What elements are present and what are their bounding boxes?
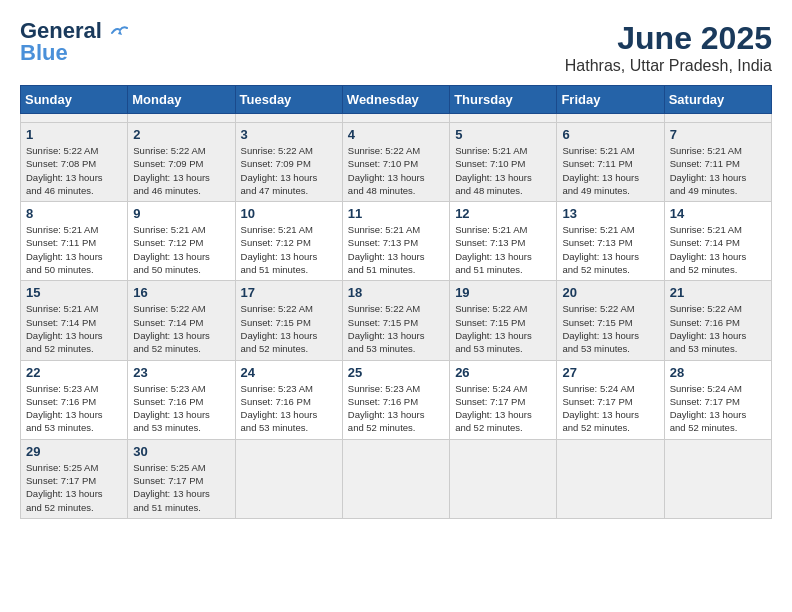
day-detail: Sunrise: 5:21 AM Sunset: 7:13 PM Dayligh… bbox=[348, 223, 444, 276]
header: General Blue June 2025 Hathras, Uttar Pr… bbox=[20, 20, 772, 75]
calendar-cell: 29Sunrise: 5:25 AM Sunset: 7:17 PM Dayli… bbox=[21, 439, 128, 518]
calendar-cell: 17Sunrise: 5:22 AM Sunset: 7:15 PM Dayli… bbox=[235, 281, 342, 360]
calendar-cell: 5Sunrise: 5:21 AM Sunset: 7:10 PM Daylig… bbox=[450, 123, 557, 202]
logo-text: General bbox=[20, 20, 128, 42]
day-detail: Sunrise: 5:22 AM Sunset: 7:14 PM Dayligh… bbox=[133, 302, 229, 355]
calendar-day-header: Saturday bbox=[664, 86, 771, 114]
day-detail: Sunrise: 5:22 AM Sunset: 7:15 PM Dayligh… bbox=[455, 302, 551, 355]
day-detail: Sunrise: 5:21 AM Sunset: 7:11 PM Dayligh… bbox=[670, 144, 766, 197]
day-number: 26 bbox=[455, 365, 551, 380]
calendar-day-header: Friday bbox=[557, 86, 664, 114]
day-detail: Sunrise: 5:21 AM Sunset: 7:11 PM Dayligh… bbox=[26, 223, 122, 276]
day-number: 29 bbox=[26, 444, 122, 459]
calendar-cell bbox=[557, 114, 664, 123]
calendar-week-row: 29Sunrise: 5:25 AM Sunset: 7:17 PM Dayli… bbox=[21, 439, 772, 518]
title-area: June 2025 Hathras, Uttar Pradesh, India bbox=[565, 20, 772, 75]
day-number: 17 bbox=[241, 285, 337, 300]
day-number: 14 bbox=[670, 206, 766, 221]
day-detail: Sunrise: 5:21 AM Sunset: 7:13 PM Dayligh… bbox=[562, 223, 658, 276]
calendar-cell: 10Sunrise: 5:21 AM Sunset: 7:12 PM Dayli… bbox=[235, 202, 342, 281]
day-number: 8 bbox=[26, 206, 122, 221]
day-number: 23 bbox=[133, 365, 229, 380]
calendar-header-row: SundayMondayTuesdayWednesdayThursdayFrid… bbox=[21, 86, 772, 114]
calendar-week-row: 15Sunrise: 5:21 AM Sunset: 7:14 PM Dayli… bbox=[21, 281, 772, 360]
calendar-day-header: Tuesday bbox=[235, 86, 342, 114]
calendar-cell: 18Sunrise: 5:22 AM Sunset: 7:15 PM Dayli… bbox=[342, 281, 449, 360]
calendar-cell: 11Sunrise: 5:21 AM Sunset: 7:13 PM Dayli… bbox=[342, 202, 449, 281]
calendar-day-header: Sunday bbox=[21, 86, 128, 114]
calendar-cell: 30Sunrise: 5:25 AM Sunset: 7:17 PM Dayli… bbox=[128, 439, 235, 518]
day-detail: Sunrise: 5:24 AM Sunset: 7:17 PM Dayligh… bbox=[562, 382, 658, 435]
day-detail: Sunrise: 5:25 AM Sunset: 7:17 PM Dayligh… bbox=[26, 461, 122, 514]
calendar-cell: 3Sunrise: 5:22 AM Sunset: 7:09 PM Daylig… bbox=[235, 123, 342, 202]
calendar-cell: 26Sunrise: 5:24 AM Sunset: 7:17 PM Dayli… bbox=[450, 360, 557, 439]
day-detail: Sunrise: 5:21 AM Sunset: 7:10 PM Dayligh… bbox=[455, 144, 551, 197]
day-number: 21 bbox=[670, 285, 766, 300]
calendar-cell: 6Sunrise: 5:21 AM Sunset: 7:11 PM Daylig… bbox=[557, 123, 664, 202]
calendar-week-row: 1Sunrise: 5:22 AM Sunset: 7:08 PM Daylig… bbox=[21, 123, 772, 202]
day-detail: Sunrise: 5:21 AM Sunset: 7:14 PM Dayligh… bbox=[26, 302, 122, 355]
logo-bird-icon bbox=[110, 25, 128, 39]
day-number: 4 bbox=[348, 127, 444, 142]
day-detail: Sunrise: 5:21 AM Sunset: 7:12 PM Dayligh… bbox=[241, 223, 337, 276]
calendar-cell: 28Sunrise: 5:24 AM Sunset: 7:17 PM Dayli… bbox=[664, 360, 771, 439]
calendar-cell: 15Sunrise: 5:21 AM Sunset: 7:14 PM Dayli… bbox=[21, 281, 128, 360]
day-number: 20 bbox=[562, 285, 658, 300]
logo-blue: Blue bbox=[20, 40, 68, 65]
day-detail: Sunrise: 5:22 AM Sunset: 7:08 PM Dayligh… bbox=[26, 144, 122, 197]
day-number: 30 bbox=[133, 444, 229, 459]
calendar-day-header: Wednesday bbox=[342, 86, 449, 114]
calendar-cell: 1Sunrise: 5:22 AM Sunset: 7:08 PM Daylig… bbox=[21, 123, 128, 202]
day-detail: Sunrise: 5:23 AM Sunset: 7:16 PM Dayligh… bbox=[26, 382, 122, 435]
calendar-cell bbox=[21, 114, 128, 123]
day-number: 28 bbox=[670, 365, 766, 380]
calendar-cell: 2Sunrise: 5:22 AM Sunset: 7:09 PM Daylig… bbox=[128, 123, 235, 202]
day-detail: Sunrise: 5:22 AM Sunset: 7:15 PM Dayligh… bbox=[241, 302, 337, 355]
calendar-cell: 25Sunrise: 5:23 AM Sunset: 7:16 PM Dayli… bbox=[342, 360, 449, 439]
day-detail: Sunrise: 5:22 AM Sunset: 7:09 PM Dayligh… bbox=[133, 144, 229, 197]
day-number: 19 bbox=[455, 285, 551, 300]
calendar-week-row bbox=[21, 114, 772, 123]
calendar-week-row: 22Sunrise: 5:23 AM Sunset: 7:16 PM Dayli… bbox=[21, 360, 772, 439]
calendar-cell bbox=[342, 439, 449, 518]
calendar-cell: 27Sunrise: 5:24 AM Sunset: 7:17 PM Dayli… bbox=[557, 360, 664, 439]
day-detail: Sunrise: 5:21 AM Sunset: 7:12 PM Dayligh… bbox=[133, 223, 229, 276]
day-detail: Sunrise: 5:24 AM Sunset: 7:17 PM Dayligh… bbox=[670, 382, 766, 435]
day-number: 7 bbox=[670, 127, 766, 142]
calendar-cell bbox=[664, 439, 771, 518]
day-number: 22 bbox=[26, 365, 122, 380]
calendar-cell: 24Sunrise: 5:23 AM Sunset: 7:16 PM Dayli… bbox=[235, 360, 342, 439]
calendar-cell: 21Sunrise: 5:22 AM Sunset: 7:16 PM Dayli… bbox=[664, 281, 771, 360]
day-number: 5 bbox=[455, 127, 551, 142]
day-detail: Sunrise: 5:23 AM Sunset: 7:16 PM Dayligh… bbox=[133, 382, 229, 435]
day-number: 3 bbox=[241, 127, 337, 142]
calendar-week-row: 8Sunrise: 5:21 AM Sunset: 7:11 PM Daylig… bbox=[21, 202, 772, 281]
calendar-cell bbox=[450, 114, 557, 123]
day-detail: Sunrise: 5:21 AM Sunset: 7:11 PM Dayligh… bbox=[562, 144, 658, 197]
day-number: 6 bbox=[562, 127, 658, 142]
calendar-cell: 12Sunrise: 5:21 AM Sunset: 7:13 PM Dayli… bbox=[450, 202, 557, 281]
logo: General Blue bbox=[20, 20, 128, 64]
calendar-cell bbox=[235, 114, 342, 123]
calendar-table: SundayMondayTuesdayWednesdayThursdayFrid… bbox=[20, 85, 772, 519]
calendar-day-header: Monday bbox=[128, 86, 235, 114]
day-number: 18 bbox=[348, 285, 444, 300]
day-detail: Sunrise: 5:22 AM Sunset: 7:10 PM Dayligh… bbox=[348, 144, 444, 197]
day-number: 16 bbox=[133, 285, 229, 300]
calendar-cell bbox=[450, 439, 557, 518]
calendar-cell bbox=[128, 114, 235, 123]
day-detail: Sunrise: 5:22 AM Sunset: 7:15 PM Dayligh… bbox=[348, 302, 444, 355]
calendar-cell bbox=[235, 439, 342, 518]
calendar-cell: 22Sunrise: 5:23 AM Sunset: 7:16 PM Dayli… bbox=[21, 360, 128, 439]
day-number: 25 bbox=[348, 365, 444, 380]
calendar-cell: 4Sunrise: 5:22 AM Sunset: 7:10 PM Daylig… bbox=[342, 123, 449, 202]
day-detail: Sunrise: 5:24 AM Sunset: 7:17 PM Dayligh… bbox=[455, 382, 551, 435]
calendar-cell: 7Sunrise: 5:21 AM Sunset: 7:11 PM Daylig… bbox=[664, 123, 771, 202]
calendar-day-header: Thursday bbox=[450, 86, 557, 114]
day-number: 24 bbox=[241, 365, 337, 380]
day-detail: Sunrise: 5:22 AM Sunset: 7:16 PM Dayligh… bbox=[670, 302, 766, 355]
location-title: Hathras, Uttar Pradesh, India bbox=[565, 57, 772, 75]
calendar-cell: 9Sunrise: 5:21 AM Sunset: 7:12 PM Daylig… bbox=[128, 202, 235, 281]
day-detail: Sunrise: 5:23 AM Sunset: 7:16 PM Dayligh… bbox=[348, 382, 444, 435]
day-number: 27 bbox=[562, 365, 658, 380]
